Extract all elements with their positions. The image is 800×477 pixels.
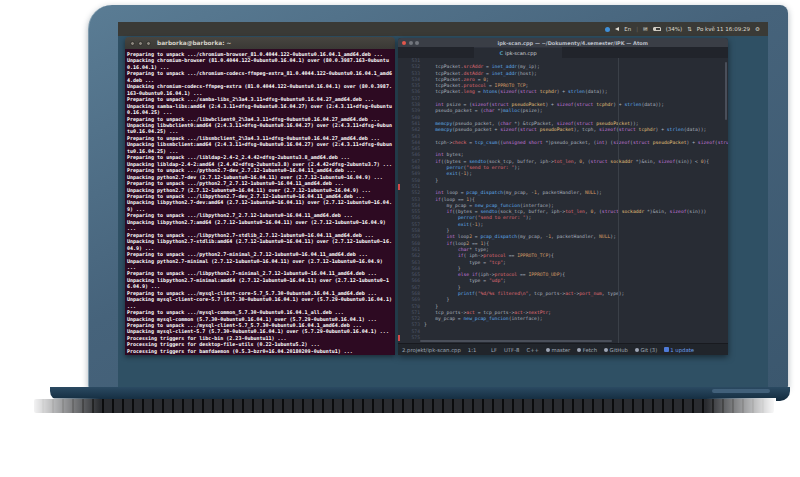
code-line: tcph->check = tcp_csum((unsigned short *… [424, 140, 728, 146]
terminal-line: Unpacking libwbclient0:amd64 (2:4.3.11+d… [127, 122, 393, 135]
atom-window: ipk-scan.cpp — ~/Dokumenty/4.semester/IP… [398, 38, 728, 355]
mail-icon[interactable]: ✉ [643, 26, 648, 32]
terminal-body[interactable]: Preparing to unpack .../chromium-browser… [125, 49, 395, 355]
terminal-close-button[interactable] [130, 41, 135, 46]
update-icon [664, 347, 669, 352]
atom-title: ipk-scan.cpp — ~/Dokumenty/4.semester/IP… [422, 40, 725, 46]
terminal-line: Unpacking mysql-client-5.7 (5.7.30-0ubun… [127, 328, 393, 334]
top-panel: En | ✉ (34%) ⇅ Po kvě 11 16:09:29 ⚙ [118, 22, 768, 36]
status-git[interactable]: Git (3) [635, 347, 657, 353]
sync-arrows-icon[interactable]: ⇅ [687, 26, 692, 32]
atom-minimize-button[interactable] [409, 41, 413, 45]
terminal-line: Unpacking samba-libs:amd64 (2:4.3.11+dfs… [127, 103, 393, 116]
tab-label: ipk-scan.cpp [505, 50, 537, 56]
status-branch[interactable]: master [546, 347, 570, 353]
laptop-hinge-notch [712, 389, 770, 393]
terminal-line: Unpacking libpython2.7-minimal:amd64 (2.… [127, 277, 393, 290]
c-file-icon: C [499, 50, 503, 56]
branch-icon [546, 348, 550, 352]
terminal-line: Preparing to unpack .../libpython2.7-min… [127, 270, 393, 276]
clock[interactable]: Po kvě 11 16:09:29 [697, 26, 750, 32]
code-line: memcpy(pseudo_packet + sizeof(struct pse… [424, 127, 728, 133]
terminal-minimize-button[interactable] [138, 41, 143, 46]
terminal-line: Rebuilding /usr/share/applications/bamf-… [127, 354, 393, 355]
terminal-line: Unpacking libpython2.7-dev:amd64 (2.7.12… [127, 199, 393, 212]
editor-pane[interactable]: 5315325335345355365375385395405415425435… [398, 58, 728, 343]
terminal-window: barborka@barborka: ~ Preparing to unpack… [125, 37, 395, 355]
horizontal-scrollbar[interactable] [420, 340, 612, 343]
status-update[interactable]: 1 update [664, 347, 694, 353]
terminal-title: barborka@barborka: ~ [157, 40, 231, 46]
session-gear-icon[interactable]: ⚙ [755, 26, 760, 32]
status-fetch[interactable]: Fetch [577, 347, 597, 353]
status-file-path[interactable]: 2.projekt/ipk-scan.cpp [402, 347, 461, 353]
editor-code[interactable]: tcpPacket.srcAddr = inet_addr(my_ip); tc… [424, 58, 728, 343]
terminal-line: Preparing to unpack .../python2.7-minima… [127, 251, 393, 257]
terminal-line: Unpacking chromium-browser (81.0.4044.12… [127, 57, 393, 70]
keyboard-layout-indicator[interactable]: En [624, 26, 631, 32]
terminal-line: Unpacking libpython2.7-stdlib:amd64 (2.7… [127, 238, 393, 251]
vertical-scrollbar[interactable] [725, 62, 727, 120]
terminal-line: Unpacking mysql-client-core-5.7 (5.7.30-… [127, 296, 393, 309]
atom-status-bar: 2.projekt/ipk-scan.cpp 1:1 LF UTF-8 C++ … [398, 343, 728, 355]
desktop: En | ✉ (34%) ⇅ Po kvě 11 16:09:29 ⚙ barb… [118, 22, 768, 388]
volume-icon[interactable] [615, 27, 619, 31]
laptop-keyboard [34, 399, 774, 413]
fetch-icon [577, 348, 581, 352]
messaging-indicator-icon[interactable] [605, 27, 610, 32]
terminal-line: Unpacking libsmbclient:amd64 (2:4.3.11+d… [127, 141, 393, 154]
keyboard-fade-right [706, 398, 776, 415]
terminal-titlebar[interactable]: barborka@barborka: ~ [125, 37, 395, 49]
status-github[interactable]: GitHub [604, 347, 628, 353]
terminal-maximize-button[interactable] [146, 41, 151, 46]
terminal-line: Preparing to unpack .../chromium-codecs-… [127, 70, 393, 83]
status-encoding[interactable]: UTF-8 [504, 347, 519, 353]
atom-tab-bar: C ipk-scan.cpp [398, 47, 728, 58]
editor-gutter: 5315325335345355365375385395405415425435… [398, 58, 424, 343]
terminal-line: Preparing to unpack .../python2.7-dev_2.… [127, 167, 393, 173]
terminal-line: Unpacking libpython2.7:amd64 (2.7.12-1ub… [127, 219, 393, 232]
status-cursor-position[interactable]: 1:1 [468, 347, 477, 353]
status-line-ending[interactable]: LF [491, 347, 497, 353]
terminal-line: Unpacking chromium-codecs-ffmpeg-extra (… [127, 83, 393, 96]
git-changes-icon [635, 348, 639, 352]
terminal-line: Preparing to unpack .../samba-libs_2%3a4… [127, 96, 393, 102]
wrap-guide-line [618, 58, 619, 343]
atom-close-button[interactable] [402, 41, 406, 45]
github-icon [604, 348, 608, 352]
tab-ipk-scan-cpp[interactable]: C ipk-scan.cpp [474, 47, 562, 58]
keyboard-fade-left [30, 398, 100, 415]
atom-maximize-button[interactable] [415, 41, 419, 45]
status-grammar[interactable]: C++ [526, 347, 539, 353]
line-number: 575 [398, 335, 420, 341]
terminal-line: Unpacking python2.7-minimal (2.7.12-1ubu… [127, 258, 393, 271]
atom-titlebar[interactable]: ipk-scan.cpp — ~/Dokumenty/4.semester/IP… [398, 38, 728, 47]
battery-icon[interactable] [653, 27, 661, 32]
battery-percent: (34%) [666, 26, 683, 32]
panel-separator: | [636, 26, 638, 32]
